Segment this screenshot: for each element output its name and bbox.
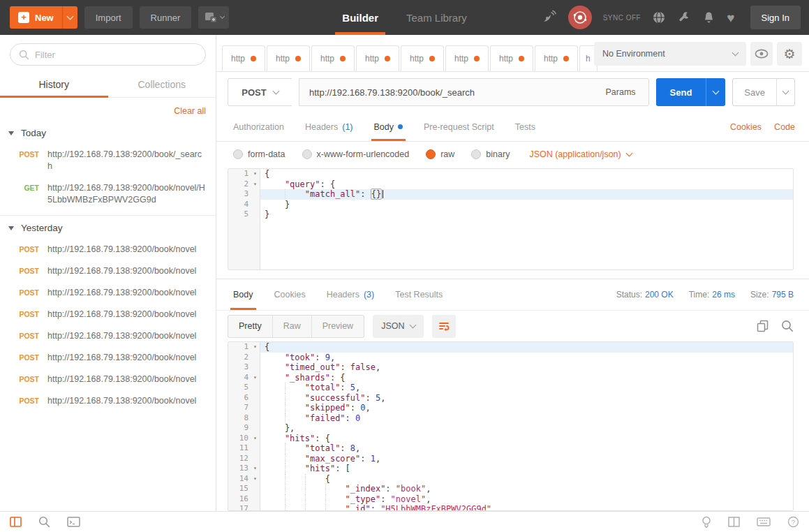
fold-caret-icon[interactable]: ▾ [251, 373, 260, 383]
request-tab-pre-request-script[interactable]: Pre-request Script [424, 112, 494, 141]
open-request-tab[interactable]: http [401, 45, 444, 71]
fold-caret-icon[interactable]: ▾ [251, 342, 260, 353]
sidebar-tab-collections[interactable]: Collections [108, 73, 216, 97]
gutter: 5 [228, 209, 260, 220]
method-select[interactable]: POST [228, 78, 292, 106]
wrap-lines-button[interactable] [432, 315, 456, 338]
token: "max_score" [305, 454, 360, 464]
response-body-viewer[interactable]: 1▾{2"took": 9,3"timed_out": false,4▾"_sh… [228, 341, 794, 511]
history-item[interactable]: POSThttp://192.168.79.138:9200/book/nove… [0, 390, 216, 412]
clear-all-link[interactable]: Clear all [174, 106, 206, 116]
response-tab-cookies[interactable]: Cookies [274, 279, 306, 310]
response-tab-body[interactable]: Body [233, 279, 253, 310]
open-request-tab[interactable]: http [535, 45, 578, 71]
body-mode-binary[interactable]: binary [471, 149, 510, 159]
response-size: Size:795 B [750, 290, 794, 300]
history-item-url: http://192.168.79.138:9200/book/novel [47, 244, 206, 256]
heart-icon[interactable]: ♥ [727, 11, 734, 24]
search-icon[interactable] [38, 516, 50, 528]
history-item[interactable]: POSThttp://192.168.79.138:9200/book/nove… [0, 260, 216, 282]
lightbulb-icon[interactable] [702, 516, 711, 529]
fold-caret-icon[interactable]: ▾ [251, 169, 260, 179]
open-request-tab[interactable]: http [445, 45, 489, 71]
fold-caret-icon[interactable]: ▾ [251, 464, 260, 474]
fold-spacer [251, 200, 260, 210]
two-pane-icon[interactable] [728, 517, 740, 527]
filter-input[interactable] [35, 50, 197, 60]
gutter: 12 [228, 454, 260, 464]
request-tab-body[interactable]: Body [374, 112, 403, 141]
params-button[interactable]: Params [593, 79, 648, 105]
history-item[interactable]: POSThttp://192.168.79.138:9200/book/nove… [0, 239, 216, 260]
request-tab-authorization[interactable]: Authorization [233, 112, 284, 141]
open-request-tab[interactable]: http [311, 45, 355, 71]
open-request-tab[interactable]: http [356, 45, 399, 71]
response-format-select[interactable]: JSON [373, 315, 424, 338]
save-dropdown-button[interactable] [776, 79, 794, 105]
sidebar-toggle-icon[interactable] [10, 517, 22, 527]
body-mode-form-data[interactable]: form-data [233, 149, 285, 159]
wrench-icon[interactable] [677, 10, 691, 24]
token: "timed_out" [285, 362, 340, 372]
open-request-tab[interactable]: http [267, 45, 310, 71]
response-tab-test-results[interactable]: Test Results [395, 279, 443, 310]
view-mode-pretty[interactable]: Pretty [228, 316, 272, 337]
request-body-editor[interactable]: 1▾{2▾"query": {3"match_all": {}4}5} [228, 168, 794, 270]
open-request-tab[interactable]: http [490, 45, 533, 71]
code-text: "query": { [260, 179, 793, 190]
cookies-link[interactable]: Cookies [730, 122, 762, 132]
view-mode-preview[interactable]: Preview [311, 316, 364, 337]
history-item[interactable]: GEThttp://192.168.79.138:9200/book/novel… [0, 177, 216, 211]
environment-quicklook-button[interactable] [750, 42, 773, 66]
url-input[interactable] [299, 87, 593, 98]
line-number: 17 [228, 504, 251, 511]
nav-item-builder[interactable]: Builder [342, 0, 378, 35]
settings-button[interactable]: ⚙ [777, 42, 802, 66]
bell-icon[interactable] [702, 10, 715, 24]
satellite-icon[interactable] [542, 10, 557, 25]
history-item[interactable]: POSThttp://192.168.79.138:9200/book/nove… [0, 325, 216, 347]
sidebar-tab-history[interactable]: History [0, 73, 108, 97]
environment-select[interactable]: No Environment [594, 42, 746, 66]
keyboard-icon[interactable] [757, 517, 771, 526]
token: "match_all" [305, 189, 360, 199]
fold-caret-icon[interactable]: ▾ [251, 434, 260, 444]
body-mode-raw[interactable]: raw [426, 149, 454, 159]
open-request-tab[interactable]: http [222, 45, 265, 71]
indent-guide [265, 413, 285, 424]
fold-caret-icon[interactable]: ▾ [251, 474, 260, 485]
history-item[interactable]: POSThttp://192.168.79.138:9200/book/nove… [0, 347, 216, 369]
history-item[interactable]: POSThttp://192.168.79.138:9200/book/_sea… [0, 144, 216, 177]
send-dropdown-button[interactable] [706, 78, 725, 106]
radio-label: x-www-form-urlencoded [317, 149, 410, 159]
copy-icon[interactable] [757, 320, 769, 332]
code-link[interactable]: Code [774, 122, 795, 132]
method-badge: POST [8, 395, 39, 407]
history-item[interactable]: POSThttp://192.168.79.138:9200/book/nove… [0, 304, 216, 325]
fold-spacer [251, 413, 260, 424]
view-mode-raw[interactable]: Raw [272, 316, 311, 337]
sync-status-button[interactable] [568, 6, 592, 29]
history-group-header[interactable]: Yesterday [0, 216, 216, 239]
globe-icon[interactable] [652, 10, 666, 24]
fold-caret-icon[interactable]: ▾ [251, 179, 260, 190]
token: 0 [355, 413, 360, 423]
help-icon[interactable]: ? [787, 516, 799, 528]
request-tab-tests[interactable]: Tests [515, 112, 535, 141]
nav-item-team-library[interactable]: Team Library [406, 0, 467, 35]
save-button[interactable]: Save [732, 78, 795, 106]
console-icon[interactable] [67, 517, 80, 527]
indent-guide [265, 423, 285, 434]
request-tab-headers[interactable]: Headers(1) [305, 112, 353, 141]
send-button[interactable]: Send [656, 78, 726, 106]
code-line: 15"_index": "book", [228, 484, 793, 494]
response-tab-headers[interactable]: Headers(3) [327, 279, 375, 310]
content-type-select[interactable]: JSON (application/json) [529, 149, 631, 159]
body-mode-x-www-form-urlencoded[interactable]: x-www-form-urlencoded [302, 149, 410, 159]
gutter: 13▾ [228, 464, 260, 474]
history-group-header[interactable]: Today [0, 121, 216, 144]
search-response-icon[interactable] [781, 320, 794, 332]
history-item[interactable]: POSThttp://192.168.79.138:9200/book/nove… [0, 369, 216, 390]
sign-in-button[interactable]: Sign In [750, 6, 801, 29]
history-item[interactable]: POSThttp://192.168.79.138:9200/book/nove… [0, 282, 216, 304]
